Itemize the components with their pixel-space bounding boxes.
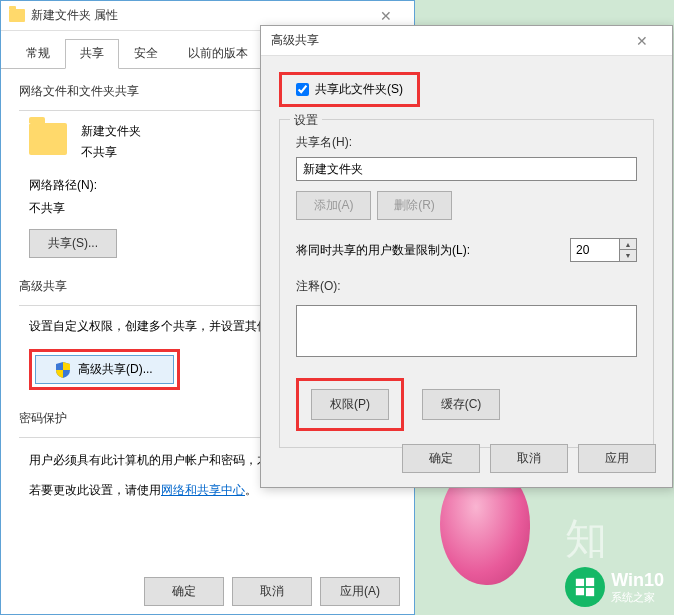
cancel-button[interactable]: 取消 (490, 444, 568, 473)
folder-large-icon (29, 123, 67, 155)
advanced-sharing-title: 高级共享 (271, 32, 622, 49)
svg-rect-1 (586, 578, 594, 586)
watermark: Win10 系统之家 (565, 567, 664, 607)
add-remove-row: 添加(A) 删除(R) (296, 191, 637, 220)
permissions-button[interactable]: 权限(P) (311, 389, 389, 420)
close-icon[interactable]: ✕ (622, 33, 662, 49)
folder-icon (9, 9, 25, 22)
share-button[interactable]: 共享(S)... (29, 229, 117, 258)
watermark-logo-icon (565, 567, 605, 607)
remove-button[interactable]: 删除(R) (377, 191, 452, 220)
ok-button[interactable]: 确定 (144, 577, 224, 606)
background-text: 知 (565, 511, 607, 567)
advanced-share-button[interactable]: 高级共享(D)... (35, 355, 174, 384)
share-folder-name: 新建文件夹 (81, 123, 141, 140)
tab-general[interactable]: 常规 (11, 39, 65, 68)
share-name-input[interactable] (296, 157, 637, 181)
close-icon[interactable]: ✕ (366, 8, 406, 24)
advanced-sharing-footer: 确定 取消 应用 (402, 444, 656, 473)
watermark-small: 系统之家 (611, 591, 664, 604)
comment-label: 注释(O): (296, 278, 637, 295)
add-button[interactable]: 添加(A) (296, 191, 371, 220)
advanced-sharing-titlebar[interactable]: 高级共享 ✕ (261, 26, 672, 56)
watermark-text: Win10 系统之家 (611, 570, 664, 605)
settings-group: 共享名(H): 添加(A) 删除(R) 将同时共享的用户数量限制为(L): ▲ … (279, 119, 654, 448)
share-status: 不共享 (81, 144, 141, 161)
tab-sharing[interactable]: 共享 (65, 39, 119, 69)
apply-button[interactable]: 应用(A) (320, 577, 400, 606)
share-folder-checkbox[interactable] (296, 83, 309, 96)
svg-rect-0 (576, 579, 584, 586)
cache-button[interactable]: 缓存(C) (422, 389, 500, 420)
network-center-link[interactable]: 网络和共享中心 (161, 483, 245, 497)
user-limit-label: 将同时共享的用户数量限制为(L): (296, 242, 470, 259)
user-limit-input[interactable] (570, 238, 620, 262)
watermark-big: Win10 (611, 570, 664, 592)
share-name-label: 共享名(H): (296, 134, 637, 151)
highlight-box: 高级共享(D)... (29, 349, 180, 390)
ok-button[interactable]: 确定 (402, 444, 480, 473)
permissions-cache-row: 权限(P) 缓存(C) (296, 378, 637, 431)
spinner-buttons: ▲ ▼ (620, 238, 637, 262)
share-folder-checkbox-row: 共享此文件夹(S) (279, 72, 420, 107)
shield-icon (56, 362, 70, 378)
user-limit-row: 将同时共享的用户数量限制为(L): ▲ ▼ (296, 238, 637, 262)
share-text-block: 新建文件夹 不共享 (81, 123, 141, 165)
share-folder-checkbox-label: 共享此文件夹(S) (315, 81, 403, 98)
cancel-button[interactable]: 取消 (232, 577, 312, 606)
svg-rect-3 (586, 588, 594, 596)
tab-previous-versions[interactable]: 以前的版本 (173, 39, 263, 68)
svg-rect-2 (576, 588, 584, 595)
apply-button[interactable]: 应用 (578, 444, 656, 473)
properties-footer: 确定 取消 应用(A) (144, 577, 400, 606)
tab-security[interactable]: 安全 (119, 39, 173, 68)
advanced-share-button-label: 高级共享(D)... (78, 361, 153, 378)
highlight-box: 权限(P) (296, 378, 404, 431)
advanced-sharing-body: 共享此文件夹(S) 共享名(H): 添加(A) 删除(R) 将同时共享的用户数量… (261, 56, 672, 464)
user-limit-spinner: ▲ ▼ (570, 238, 637, 262)
comment-textarea[interactable] (296, 305, 637, 357)
properties-title: 新建文件夹 属性 (31, 7, 366, 24)
spinner-up-icon[interactable]: ▲ (620, 239, 636, 250)
advanced-sharing-dialog: 高级共享 ✕ 共享此文件夹(S) 共享名(H): 添加(A) 删除(R) 将同时… (260, 25, 673, 488)
spinner-down-icon[interactable]: ▼ (620, 250, 636, 261)
